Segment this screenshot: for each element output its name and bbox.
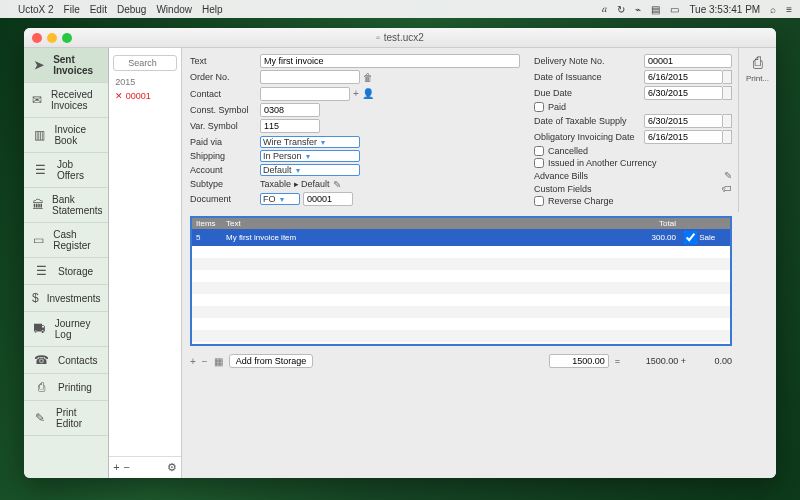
edit-icon: ✎ [32, 411, 48, 425]
col-total: Total [606, 219, 676, 228]
refresh-icon[interactable]: ↻ [617, 4, 625, 15]
sidebar-item-journey-log[interactable]: ⛟Journey Log [24, 312, 108, 347]
var-label: Var. Symbol [190, 121, 260, 131]
minimize-button[interactable] [47, 33, 57, 43]
taxable-field[interactable] [644, 114, 723, 128]
person-icon[interactable]: 👤 [362, 88, 374, 99]
const-field[interactable] [260, 103, 320, 117]
menu-edit[interactable]: Edit [90, 4, 107, 15]
sidebar-item-print-editor[interactable]: ✎Print Editor [24, 401, 108, 436]
app-name[interactable]: UctoX 2 [18, 4, 54, 15]
document-label: Document [190, 194, 260, 204]
status-italic-icon[interactable]: 𝑎 [602, 3, 607, 15]
another-currency-checkbox[interactable] [534, 158, 544, 168]
titlebar: ▫test.ucx2 [24, 28, 776, 48]
detail-pane: Text Order No. 🗑 Contact +👤 Const. Symbo… [182, 48, 776, 478]
shipping-select[interactable]: In Person [260, 150, 360, 162]
account-select[interactable]: Default [260, 164, 360, 176]
flag-icon[interactable]: ▤ [651, 4, 660, 15]
menu-icon[interactable]: ≡ [786, 4, 792, 15]
battery-icon[interactable]: ▭ [670, 4, 679, 15]
subtype-value: Taxable ▸ Default [260, 179, 330, 189]
contact-field[interactable] [260, 87, 350, 101]
paper-plane-icon: ➤ [32, 58, 45, 72]
text-field[interactable] [260, 54, 520, 68]
search-input[interactable] [113, 55, 177, 71]
tag-icon[interactable]: 🏷 [644, 183, 732, 194]
col-items: Items [196, 219, 226, 228]
print-icon: ⎙ [32, 380, 50, 394]
subtype-label: Subtype [190, 179, 260, 189]
sidebar-item-cash-register[interactable]: ▭Cash Register [24, 223, 108, 258]
search-icon[interactable]: ⌕ [770, 4, 776, 15]
total-input[interactable] [549, 354, 609, 368]
stepper-icon[interactable] [723, 130, 732, 144]
col-text: Text [226, 219, 606, 228]
remove-item-button[interactable]: − [202, 356, 208, 367]
total-3: 0.00 [692, 356, 732, 366]
equals: = [615, 356, 620, 366]
sale-checkbox[interactable] [684, 231, 697, 244]
stepper-icon[interactable] [723, 70, 732, 84]
sidebar-item-investments[interactable]: $Investments [24, 285, 108, 312]
list-icon: ☰ [32, 163, 49, 177]
doc-type-select[interactable]: FO [260, 193, 300, 205]
items-table: Items Text Total 5 My first invoice item… [190, 216, 732, 346]
delivery-label: Delivery Note No. [534, 56, 644, 66]
maximize-button[interactable] [62, 33, 72, 43]
delivery-field[interactable] [644, 54, 732, 68]
menu-file[interactable]: File [64, 4, 80, 15]
stepper-icon[interactable] [723, 114, 732, 128]
edit-subtype-icon[interactable]: ✎ [333, 179, 341, 190]
advance-icon[interactable]: ✎ [644, 170, 732, 181]
menu-window[interactable]: Window [156, 4, 192, 15]
close-button[interactable] [32, 33, 42, 43]
remove-button[interactable]: − [124, 461, 130, 474]
doc-no-field[interactable] [303, 192, 353, 206]
issuance-label: Date of Issuance [534, 72, 644, 82]
plus-icon[interactable]: + [353, 88, 359, 99]
add-button[interactable]: + [113, 461, 119, 474]
trash-icon[interactable]: 🗑 [363, 72, 373, 83]
stepper-icon[interactable] [723, 86, 732, 100]
wifi-icon[interactable]: ⌁ [635, 4, 641, 15]
bank-icon: 🏛 [32, 198, 44, 212]
issuance-field[interactable] [644, 70, 723, 84]
paidvia-select[interactable]: Wire Transfer [260, 136, 360, 148]
order-field[interactable] [260, 70, 360, 84]
sidebar-item-job-offers[interactable]: ☰Job Offers [24, 153, 108, 188]
list-year: 2015 [109, 75, 181, 89]
storage-icon: ☰ [32, 264, 50, 278]
truck-icon: ⛟ [32, 322, 47, 336]
var-field[interactable] [260, 119, 320, 133]
sidebar-item-storage[interactable]: ☰Storage [24, 258, 108, 285]
oblig-field[interactable] [644, 130, 723, 144]
gear-icon[interactable]: ⚙ [167, 461, 177, 474]
grid-icon[interactable]: ▦ [214, 356, 223, 367]
contact-label: Contact [190, 89, 260, 99]
cancelled-checkbox[interactable] [534, 146, 544, 156]
sidebar-item-contacts[interactable]: ☎Contacts [24, 347, 108, 374]
sidebar-item-printing[interactable]: ⎙Printing [24, 374, 108, 401]
menu-help[interactable]: Help [202, 4, 223, 15]
taxable-label: Date of Taxable Supply [534, 116, 644, 126]
shipping-label: Shipping [190, 151, 260, 161]
reverse-checkbox[interactable] [534, 196, 544, 206]
clock[interactable]: Tue 3:53:41 PM [689, 4, 760, 15]
order-label: Order No. [190, 72, 260, 82]
add-item-button[interactable]: + [190, 356, 196, 367]
sidebar: ➤Sent Invoices ✉Received Invoices ▥Invoi… [24, 48, 109, 478]
menu-debug[interactable]: Debug [117, 4, 146, 15]
paid-checkbox[interactable] [534, 102, 544, 112]
print-icon[interactable]: ⎙ [753, 54, 763, 72]
table-row[interactable]: 5 My first invoice item 300.00 Sale [192, 229, 730, 246]
due-field[interactable] [644, 86, 723, 100]
list-item[interactable]: ✕ 00001 [109, 89, 181, 103]
add-from-storage-button[interactable]: Add from Storage [229, 354, 314, 368]
sidebar-item-sent-invoices[interactable]: ➤Sent Invoices [24, 48, 108, 83]
print-label[interactable]: Print... [746, 74, 769, 83]
paidvia-label: Paid via [190, 137, 260, 147]
sidebar-item-invoice-book[interactable]: ▥Invoice Book [24, 118, 108, 153]
sidebar-item-bank-statements[interactable]: 🏛Bank Statements [24, 188, 108, 223]
sidebar-item-received-invoices[interactable]: ✉Received Invoices [24, 83, 108, 118]
